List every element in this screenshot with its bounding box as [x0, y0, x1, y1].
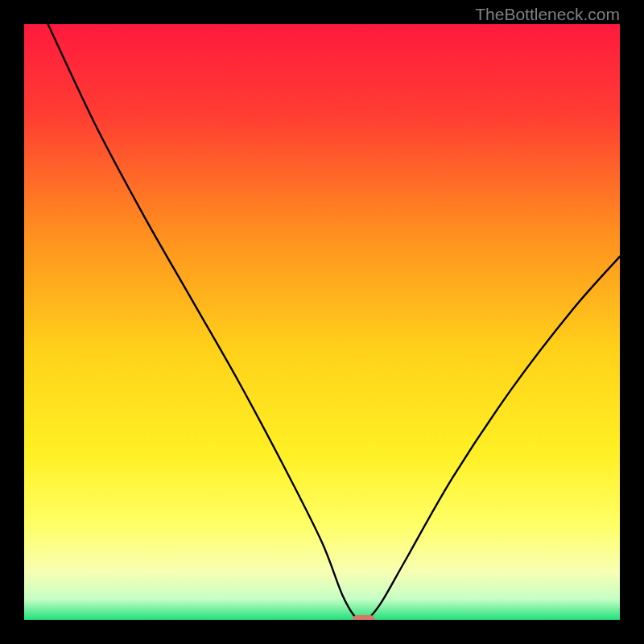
- notch-marker: [353, 615, 375, 620]
- plot-area: [24, 24, 620, 620]
- curve-layer: [24, 24, 620, 620]
- chart-frame: TheBottleneck.com: [0, 0, 644, 644]
- bottleneck-curve: [48, 24, 620, 620]
- watermark-text: TheBottleneck.com: [475, 5, 620, 24]
